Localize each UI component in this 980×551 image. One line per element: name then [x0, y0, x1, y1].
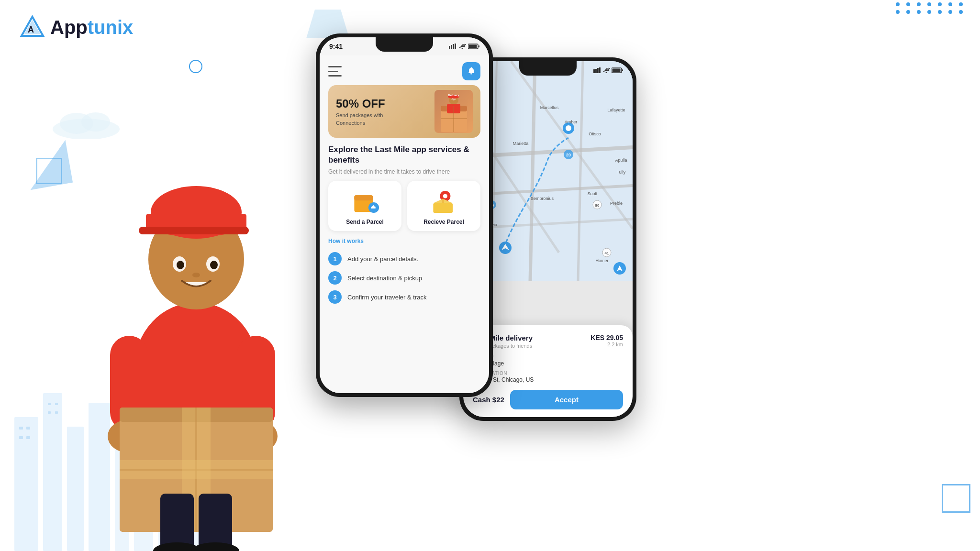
- svg-rect-20: [55, 411, 58, 414]
- dot: [896, 2, 900, 6]
- svg-rect-14: [26, 427, 30, 430]
- svg-rect-19: [48, 411, 51, 414]
- send-parcel-card[interactable]: Send a Parcel: [328, 181, 401, 231]
- svg-rect-108: [354, 195, 373, 200]
- svg-text:Preble: Preble: [610, 201, 623, 206]
- phone1-content: 50% OFF Send packages with Connections: [320, 55, 489, 393]
- geo-square-decoration: [36, 158, 62, 184]
- svg-rect-17: [48, 403, 51, 405]
- step-1: 1 Add your & parcel details.: [320, 249, 489, 268]
- svg-text:Otisco: Otisco: [589, 132, 601, 136]
- battery-icon: [468, 44, 479, 49]
- svg-point-30: [210, 261, 218, 269]
- send-parcel-label: Send a Parcel: [346, 219, 384, 225]
- svg-text:Apulia: Apulia: [615, 158, 627, 163]
- send-parcel-icon: [351, 188, 379, 215]
- receive-parcel-label: Recieve Parcel: [423, 219, 464, 225]
- svg-text:Marcellus: Marcellus: [540, 105, 559, 110]
- dot: [938, 10, 942, 14]
- pickup-value: Swift Village: [473, 360, 623, 367]
- delivery-distance: 2.2 km: [590, 342, 623, 347]
- dot: [948, 10, 952, 14]
- svg-rect-48: [597, 68, 599, 73]
- delivery-actions: Cash $22 Accept: [473, 390, 623, 409]
- signal-icon: [449, 44, 457, 49]
- svg-text:Marietta: Marietta: [513, 141, 529, 146]
- receive-parcel-card[interactable]: Recieve Parcel: [407, 181, 480, 231]
- dot: [917, 2, 921, 6]
- dot: [938, 2, 942, 6]
- svg-rect-90: [453, 44, 454, 49]
- accept-button[interactable]: Accept: [510, 390, 623, 409]
- svg-text:Delivery: Delivery: [448, 94, 459, 97]
- delivery-info-top: Last Mile delivery Send packages to frie…: [473, 334, 623, 349]
- wifi-icon: [458, 44, 466, 49]
- svg-text:Homer: Homer: [595, 258, 608, 263]
- delivery-destination-row: Destination William St, Chicago, US: [473, 371, 623, 383]
- svg-rect-41: [120, 460, 273, 479]
- svg-rect-18: [55, 403, 58, 405]
- svg-point-29: [177, 261, 184, 269]
- svg-rect-111: [371, 207, 375, 209]
- svg-rect-94: [479, 45, 479, 47]
- svg-rect-115: [433, 203, 453, 212]
- svg-text:A: A: [28, 25, 34, 34]
- svg-rect-95: [469, 45, 477, 48]
- phone1-screen: 9:41 50% OFF Send pa: [320, 37, 489, 393]
- svg-marker-87: [617, 265, 623, 271]
- svg-point-72: [566, 125, 571, 131]
- pickup-label: Pick-Up: [473, 354, 623, 360]
- bg-circle-decoration: [189, 60, 202, 73]
- svg-rect-15: [19, 436, 23, 439]
- receive-parcel-icon: [430, 188, 458, 215]
- phone1-time: 9:41: [329, 43, 343, 50]
- explore-subtitle: Get it delivered in the time it takes to…: [320, 165, 489, 181]
- phone1-status-icons: [449, 44, 479, 49]
- phone2-notch: [519, 61, 577, 76]
- svg-rect-26: [139, 227, 249, 234]
- step-2: 2 Select destination & pickup: [320, 268, 489, 287]
- svg-rect-13: [19, 427, 23, 430]
- step-2-text: Select destination & pickup: [347, 275, 422, 282]
- svg-rect-91: [455, 44, 456, 49]
- dot: [959, 10, 963, 14]
- svg-text:80: 80: [595, 203, 600, 208]
- step-2-number: 2: [328, 271, 342, 285]
- svg-point-113: [443, 194, 447, 198]
- svg-text:Scott: Scott: [588, 191, 598, 196]
- svg-rect-47: [595, 69, 597, 73]
- step-3-number: 3: [328, 290, 342, 304]
- svg-rect-53: [612, 69, 621, 72]
- svg-point-50: [606, 72, 607, 74]
- promo-subtext2: Connections: [336, 120, 385, 126]
- how-it-works-section-label: How it works: [320, 238, 489, 249]
- notification-bell-button[interactable]: [462, 62, 480, 80]
- promo-subtext1: Send packages with: [336, 112, 385, 118]
- dot: [927, 10, 931, 14]
- svg-point-31: [192, 273, 200, 277]
- phone1-header: [320, 55, 489, 85]
- svg-rect-5: [43, 393, 62, 551]
- destination-value: William St, Chicago, US: [473, 376, 623, 383]
- svg-rect-52: [622, 69, 623, 71]
- svg-rect-16: [26, 436, 30, 439]
- svg-text:Amber: Amber: [565, 120, 578, 124]
- phone-mockup-main: 9:41 50% OFF Send pa: [316, 33, 493, 397]
- phone2-status-icons: [593, 67, 623, 73]
- svg-point-92: [462, 48, 463, 50]
- dot: [959, 2, 963, 6]
- delivery-person-image: [72, 101, 321, 551]
- dots-pattern-decoration: [896, 2, 966, 14]
- map-nav-icon[interactable]: [613, 262, 626, 275]
- hamburger-menu-icon[interactable]: [328, 66, 342, 77]
- promo-image: Delivery App: [434, 90, 473, 133]
- step-1-text: Add your & parcel details.: [347, 255, 418, 263]
- bg-square-decoration: [942, 484, 970, 513]
- dot: [896, 10, 900, 14]
- dot: [927, 2, 931, 6]
- delivery-price: KES 29.05: [590, 334, 623, 342]
- svg-rect-46: [593, 69, 595, 73]
- promo-banner: 50% OFF Send packages with Connections: [328, 85, 480, 138]
- svg-text:Lafayette: Lafayette: [607, 108, 625, 112]
- promo-discount-text: 50% OFF: [336, 97, 385, 110]
